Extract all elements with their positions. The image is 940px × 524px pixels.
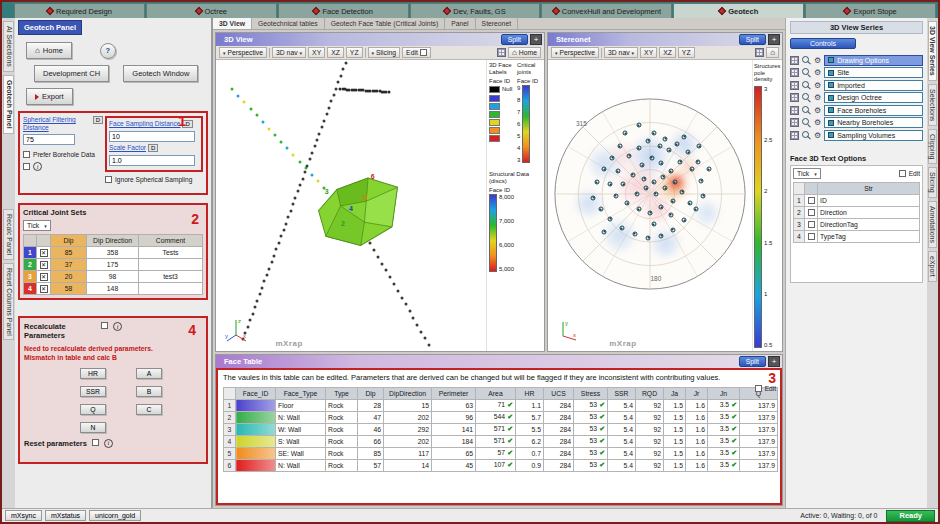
tick-dropdown[interactable]: Tick ▾ (23, 220, 51, 231)
xz-button[interactable]: XZ (659, 47, 676, 58)
face-id-swatch[interactable] (236, 447, 276, 459)
top-tab[interactable]: ConvexHull and Development (541, 3, 672, 18)
dip-cell[interactable]: 57 (358, 459, 384, 471)
str-checkbox[interactable] (808, 209, 815, 216)
face-table-header[interactable]: Dip (358, 387, 384, 399)
perspective-button[interactable]: ▾ Perspective (551, 47, 599, 58)
q-cell[interactable]: 137.9 (740, 447, 778, 459)
series-item-button[interactable]: Face Boreholes (824, 105, 923, 116)
str-row[interactable]: 2 Direction (794, 207, 920, 219)
xy-button[interactable]: XY (308, 47, 325, 58)
recalc-param-button[interactable]: B (136, 386, 162, 397)
dipdirection-cell[interactable]: 14 (384, 459, 432, 471)
search-icon[interactable] (802, 118, 811, 127)
dip-cell[interactable]: 20 (51, 271, 87, 283)
perimeter-cell[interactable]: 65 (432, 447, 476, 459)
q-cell[interactable]: 137.9 (740, 435, 778, 447)
gear-icon[interactable]: ⚙ (814, 118, 821, 127)
grid-icon[interactable] (497, 48, 506, 57)
recalc-param-button[interactable]: N (80, 422, 106, 433)
rqd-cell[interactable]: 92 (636, 459, 664, 471)
add-view-button[interactable]: + (768, 356, 780, 367)
gear-icon[interactable]: ⚙ (814, 106, 821, 115)
dip-direction-cell[interactable]: 175 (87, 259, 139, 271)
workspace-tab[interactable]: Panel (445, 18, 475, 29)
face-table-row[interactable]: 1 Floor Rock 28 15 63 71✔ 1.1 284 (224, 399, 778, 411)
left-side-tab[interactable]: Recalc Panel (3, 209, 14, 260)
joint-row-checkbox[interactable]: ✕ (40, 273, 48, 281)
hr-cell[interactable]: 0.7 (516, 447, 544, 459)
search-icon[interactable] (802, 93, 811, 102)
text-options-edit-checkbox[interactable] (899, 170, 906, 177)
ready-button[interactable]: Ready (886, 510, 935, 522)
joint-row-checkbox[interactable]: ✕ (40, 261, 48, 269)
rqd-cell[interactable]: 92 (636, 411, 664, 423)
face-table-header[interactable]: RQD (636, 387, 664, 399)
view3d-canvas[interactable]: 36542 z x y mXrap (216, 60, 486, 351)
dipdirection-cell[interactable]: 202 (384, 435, 432, 447)
development-ch-button[interactable]: Development CH (34, 65, 109, 82)
top-tab[interactable]: Required Design (14, 3, 145, 18)
face-table-row[interactable]: 2 N: Wall Rock 47 202 96 544✔ 5.7 284 (224, 411, 778, 423)
left-side-tab[interactable]: AI Selections (3, 21, 14, 72)
grid-icon[interactable] (755, 48, 764, 57)
workspace-tab[interactable]: Stereonet (476, 18, 518, 29)
top-tab[interactable]: Octree (146, 3, 277, 18)
gear-icon[interactable]: ⚙ (814, 56, 821, 65)
series-item-button[interactable]: Site (824, 67, 923, 78)
type-cell[interactable]: Rock (326, 459, 358, 471)
type-cell[interactable]: Rock (326, 435, 358, 447)
gear-icon[interactable]: ⚙ (814, 81, 821, 90)
reset-parameters-checkbox[interactable] (92, 439, 99, 446)
d-button-spherical[interactable]: D (93, 116, 103, 124)
recalc-param-button[interactable]: SSR (80, 386, 106, 397)
perimeter-cell[interactable]: 63 (432, 399, 476, 411)
jn-cell[interactable]: 3.5✔ (708, 459, 740, 471)
series-item-button[interactable]: Design Octree (824, 92, 923, 103)
face-table-edit-checkbox[interactable] (755, 385, 762, 392)
dipdirection-cell[interactable]: 292 (384, 423, 432, 435)
ucs-cell[interactable]: 284 (544, 435, 574, 447)
str-checkbox[interactable] (808, 197, 815, 204)
type-cell[interactable]: Rock (326, 411, 358, 423)
jn-cell[interactable]: 3.5✔ (708, 423, 740, 435)
area-cell[interactable]: 71✔ (476, 399, 516, 411)
q-cell[interactable]: 137.9 (740, 459, 778, 471)
layers-icon[interactable] (790, 131, 799, 140)
layers-icon[interactable] (790, 68, 799, 77)
help-button[interactable]: ? (100, 43, 116, 59)
layers-icon[interactable] (790, 93, 799, 102)
hr-cell[interactable]: 5.5 (516, 423, 544, 435)
jr-cell[interactable]: 1.6 (686, 411, 708, 423)
ja-cell[interactable]: 1.5 (664, 411, 686, 423)
top-tab[interactable]: Export Stope (805, 3, 936, 18)
spherical-filtering-input[interactable] (23, 134, 75, 145)
hr-cell[interactable]: 1.1 (516, 399, 544, 411)
str-checkbox[interactable] (808, 221, 815, 228)
ja-cell[interactable]: 1.5 (664, 447, 686, 459)
dipdirection-cell[interactable]: 15 (384, 399, 432, 411)
area-cell[interactable]: 571✔ (476, 423, 516, 435)
type-cell[interactable]: Rock (326, 423, 358, 435)
rqd-cell[interactable]: 92 (636, 447, 664, 459)
dip-cell[interactable]: 28 (358, 399, 384, 411)
perimeter-cell[interactable]: 141 (432, 423, 476, 435)
face-type-cell[interactable]: N: Wall (276, 411, 326, 423)
right-side-tab[interactable]: Clipping (928, 129, 937, 164)
ucs-cell[interactable]: 284 (544, 459, 574, 471)
joint-set-row[interactable]: 1 ✕ 85 358 Tests (24, 247, 203, 259)
face-table-header[interactable]: SSR (608, 387, 636, 399)
joint-row-checkbox[interactable]: ✕ (40, 249, 48, 257)
dip-cell[interactable]: 58 (51, 283, 87, 295)
jn-cell[interactable]: 3.5✔ (708, 435, 740, 447)
right-side-tab[interactable]: Slicing (928, 167, 937, 198)
joint-row-checkbox[interactable]: ✕ (40, 285, 48, 293)
ucs-cell[interactable]: 284 (544, 399, 574, 411)
face-table-header[interactable]: Face_ID (236, 387, 276, 399)
yz-button[interactable]: YZ (678, 47, 695, 58)
face-table-header[interactable]: HR (516, 387, 544, 399)
rqd-cell[interactable]: 92 (636, 435, 664, 447)
str-row[interactable]: 1 ID (794, 195, 920, 207)
stress-cell[interactable]: 53✔ (574, 411, 608, 423)
split-button[interactable]: Split (739, 356, 766, 367)
